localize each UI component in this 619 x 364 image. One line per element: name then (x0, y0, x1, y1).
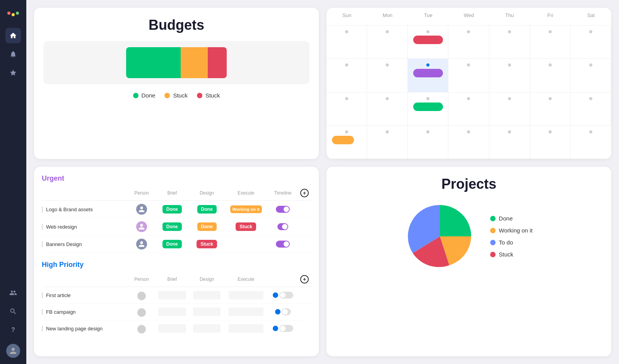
toggle-blue-dot (275, 309, 280, 314)
app-logo (5, 6, 21, 22)
cal-cell-r4-thu (489, 126, 530, 159)
th-person: Person (129, 189, 155, 197)
cal-cell-r1-wed (448, 26, 489, 59)
cal-dot (345, 63, 348, 67)
cal-dot (508, 130, 511, 133)
cal-header-sat: Sat (571, 8, 611, 26)
th-name (42, 275, 129, 284)
legend-item-working: Working on it (490, 227, 532, 234)
status-badge-stuck: Stuck (197, 240, 217, 248)
cal-dot (426, 30, 429, 33)
avatar-cell (129, 204, 155, 215)
th-person: Person (129, 275, 155, 284)
cal-cell-r3-mon (367, 92, 408, 126)
add-urgent-button[interactable]: + (300, 189, 309, 197)
timeline-toggle[interactable] (279, 292, 293, 299)
empty-cell (158, 324, 186, 333)
cal-dot (386, 97, 389, 100)
th-brief: Brief (155, 189, 190, 197)
toggle-container (273, 325, 293, 332)
row-label: FB campaign (42, 309, 129, 315)
th-add: + (298, 275, 311, 284)
cal-cell-r4-sun (327, 126, 367, 159)
cal-cell-r1-tue (408, 26, 448, 59)
th-design: Design (190, 275, 224, 284)
legend-item-todo: To do (490, 239, 532, 246)
cal-dot (589, 30, 592, 33)
toggle-thumb (282, 309, 288, 314)
cal-dot (508, 97, 511, 100)
cal-cell-r3-sun (327, 92, 367, 126)
timeline-cell (268, 308, 298, 315)
brief-cell (155, 324, 190, 333)
high-priority-table-header: Person Brief Design Execute + (42, 273, 311, 287)
budgets-card: Budgets Done Stuck Stuck (34, 8, 319, 159)
urgent-title: Urgent (42, 174, 311, 183)
empty-avatar (137, 308, 146, 317)
add-high-priority-button[interactable]: + (300, 275, 309, 284)
sidebar-item-users[interactable] (5, 285, 21, 301)
th-timeline (268, 275, 298, 284)
toggle-thumb (282, 224, 287, 229)
toggle-thumb (284, 241, 289, 247)
cal-cell-r4-fri (530, 126, 571, 159)
toggle-container (275, 308, 291, 315)
timeline-toggle[interactable] (282, 308, 291, 315)
sidebar-item-home[interactable] (5, 28, 21, 43)
cal-cell-r2-sat (571, 59, 611, 92)
cal-dot (549, 130, 552, 133)
timeline-toggle[interactable] (277, 223, 288, 230)
sidebar-item-help[interactable]: ? (5, 322, 21, 338)
urgent-row-2: Web redesign Done Done Stuck (42, 218, 311, 236)
row-label: Banners Design (42, 241, 129, 247)
cal-dot (467, 97, 470, 100)
row-label: New landing page design (42, 326, 129, 332)
status-badge-done: Done (162, 222, 182, 231)
hp-row-3: New landing page design (42, 320, 311, 337)
empty-cell (158, 291, 186, 299)
high-priority-title: High Priority (42, 261, 311, 269)
row-label: First article (42, 292, 129, 298)
cal-dot (589, 130, 592, 133)
timeline-toggle[interactable] (276, 206, 290, 213)
sidebar-item-search[interactable] (5, 304, 21, 319)
empty-cell (193, 308, 221, 316)
cal-cell-r4-sat (571, 126, 611, 159)
th-execute: Execute (224, 275, 267, 284)
budget-segment-stuck-red (208, 47, 227, 78)
timeline-cell (268, 241, 298, 248)
calendar-card: Sun Mon Tue Wed Thu Fri Sat (327, 8, 611, 159)
empty-cell (158, 308, 186, 316)
user-avatar[interactable] (6, 344, 20, 358)
legend-dot-done (133, 93, 139, 98)
timeline-toggle[interactable] (279, 325, 293, 332)
cal-header-fri: Fri (530, 8, 571, 26)
timeline-toggle[interactable] (276, 241, 290, 248)
cal-cell-r1-sun (327, 26, 367, 59)
cal-cell-r1-sat (571, 26, 611, 59)
legend-dot-done (490, 216, 496, 221)
legend-dot-todo (490, 240, 496, 245)
design-cell: Done (190, 222, 224, 231)
legend-label-stuck-1: Stuck (173, 92, 188, 99)
cal-cell-r4-mon (367, 126, 408, 159)
sidebar-item-notifications[interactable] (5, 46, 21, 62)
toggle-thumb (280, 292, 286, 298)
cal-dot (426, 97, 429, 100)
avatar (136, 204, 147, 215)
hp-row-2: FB campaign (42, 304, 311, 320)
sidebar-item-favorites[interactable] (5, 65, 21, 80)
avatar-cell (129, 239, 155, 250)
empty-avatar (137, 292, 146, 300)
th-design: Design (190, 189, 224, 197)
execute-cell: Working on it (224, 205, 267, 213)
cal-bar-red (413, 36, 443, 44)
brief-cell: Done (155, 205, 190, 214)
legend-dot-working (490, 228, 496, 233)
legend-item-done: Done (133, 92, 156, 99)
brief-cell: Done (155, 222, 190, 231)
cal-dot (589, 97, 592, 100)
legend-label-done: Done (499, 215, 513, 222)
execute-cell (224, 291, 267, 299)
projects-card: Projects Done Working on (327, 167, 611, 356)
